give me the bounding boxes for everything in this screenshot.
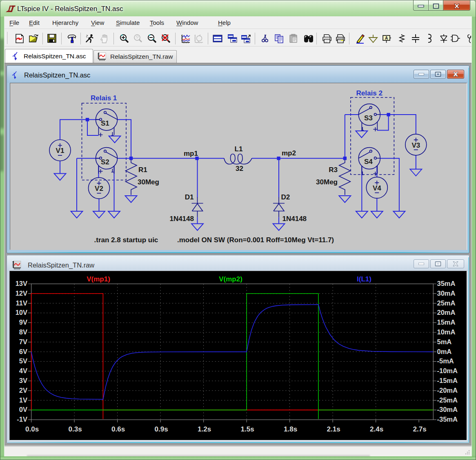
svg-text:0.9s: 0.9s: [155, 425, 168, 433]
svg-text:25mA: 25mA: [437, 299, 456, 307]
svg-text:30Meg: 30Meg: [316, 178, 338, 186]
svg-text:-5mA: -5mA: [437, 357, 454, 365]
svg-text:1.2s: 1.2s: [198, 425, 211, 433]
svg-text:9V: 9V: [19, 318, 27, 326]
svg-text:6V: 6V: [19, 348, 27, 355]
svg-text:12V: 12V: [16, 290, 27, 297]
svg-text:V2: V2: [95, 185, 103, 192]
svg-text:mp1: mp1: [184, 150, 198, 157]
svg-text:3V: 3V: [19, 377, 27, 384]
svg-text:I(L1): I(L1): [357, 275, 371, 283]
svg-text:0.3s: 0.3s: [69, 425, 82, 433]
svg-text:8V: 8V: [19, 328, 27, 336]
svg-text:S2: S2: [101, 158, 109, 166]
svg-text:mp2: mp2: [282, 149, 296, 157]
svg-text:4V: 4V: [19, 367, 27, 374]
svg-text:20mA: 20mA: [437, 309, 456, 316]
svg-text:0mA: 0mA: [437, 348, 452, 355]
svg-text:-1V: -1V: [17, 416, 27, 423]
svg-text:1N4148: 1N4148: [282, 215, 307, 223]
svg-text:35mA: 35mA: [437, 280, 456, 287]
svg-text:.model ON SW (Ron=0.001 Roff=1: .model ON SW (Ron=0.001 Roff=10Meg Vt=11…: [177, 236, 334, 244]
svg-text:2.4s: 2.4s: [370, 425, 383, 433]
svg-text:10mA: 10mA: [437, 328, 456, 336]
svg-text:R1: R1: [138, 166, 147, 174]
svg-text:Relais 1: Relais 1: [91, 94, 117, 102]
svg-text:30mA: 30mA: [437, 290, 456, 297]
svg-text:-30mA: -30mA: [437, 406, 458, 413]
svg-text:13V: 13V: [16, 280, 27, 287]
svg-text:-35mA: -35mA: [437, 416, 458, 423]
svg-text:D2: D2: [281, 193, 290, 201]
svg-text:R3: R3: [329, 166, 338, 174]
svg-text:0.0s: 0.0s: [25, 425, 39, 433]
svg-text:5mA: 5mA: [437, 338, 452, 345]
svg-text:2.1s: 2.1s: [327, 425, 340, 433]
svg-text:.tran 2.8 startup uic: .tran 2.8 startup uic: [94, 236, 158, 244]
svg-text:1.5s: 1.5s: [241, 425, 254, 433]
svg-text:Relais 2: Relais 2: [356, 89, 383, 97]
svg-text:1V: 1V: [19, 396, 27, 404]
svg-text:30Meg: 30Meg: [138, 178, 159, 186]
svg-text:5V: 5V: [19, 357, 27, 365]
svg-text:V4: V4: [373, 184, 381, 192]
svg-text:-25mA: -25mA: [437, 396, 458, 404]
svg-text:V1: V1: [56, 147, 65, 155]
svg-text:7V: 7V: [19, 338, 27, 345]
svg-text:L1: L1: [235, 145, 243, 153]
svg-text:V(mp1): V(mp1): [87, 275, 110, 283]
svg-text:S4: S4: [364, 158, 373, 166]
svg-text:32: 32: [236, 165, 243, 172]
svg-text:1.8s: 1.8s: [284, 425, 297, 433]
svg-text:0.6s: 0.6s: [111, 425, 125, 433]
svg-text:15mA: 15mA: [437, 318, 456, 326]
svg-text:2.7s: 2.7s: [413, 425, 427, 433]
svg-text:V3: V3: [411, 142, 420, 149]
svg-text:A: A: [385, 36, 388, 40]
svg-text:-15mA: -15mA: [437, 377, 458, 384]
svg-text:2V: 2V: [19, 387, 27, 394]
svg-text:-20mA: -20mA: [437, 387, 458, 394]
svg-text:11V: 11V: [16, 299, 27, 307]
svg-text:V(mp2): V(mp2): [219, 275, 242, 283]
svg-text:D1: D1: [185, 193, 194, 201]
svg-text:10V: 10V: [16, 309, 27, 316]
svg-text:0V: 0V: [19, 406, 27, 413]
svg-text:S3: S3: [364, 114, 373, 122]
svg-text:S1: S1: [101, 119, 109, 127]
svg-text:-10mA: -10mA: [437, 367, 458, 374]
svg-text:1N4148: 1N4148: [169, 215, 194, 223]
